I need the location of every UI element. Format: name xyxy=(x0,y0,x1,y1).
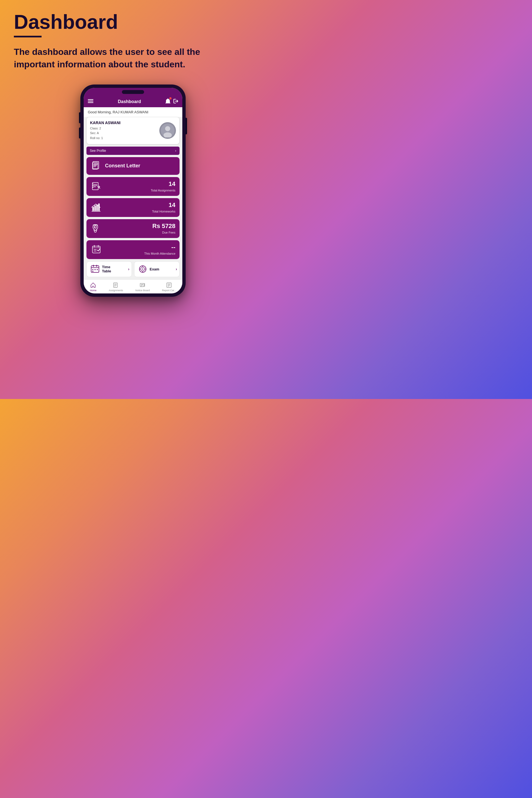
assignments-right: 14 Total Assignments xyxy=(151,180,175,193)
report-card-nav-label: Report Car... xyxy=(162,289,176,292)
timetable-arrow: › xyxy=(128,267,129,271)
app-header-title: Dashboard xyxy=(118,99,141,104)
svg-rect-22 xyxy=(92,207,94,211)
svg-rect-1 xyxy=(88,101,93,102)
nav-notice-board[interactable]: Notice Board xyxy=(135,282,150,292)
homeworks-icon xyxy=(91,202,102,213)
svg-point-38 xyxy=(92,269,93,270)
svg-rect-2 xyxy=(88,102,93,103)
notice-board-nav-icon xyxy=(139,282,146,288)
fees-count: Rs 5728 xyxy=(152,223,175,230)
student-name: KARAN ASWANI xyxy=(90,120,120,125)
greeting-text: Good Morning, RAJ KUMAR ASWANI xyxy=(88,110,148,114)
power-button xyxy=(186,118,187,134)
volume-up-button xyxy=(79,112,80,123)
attendance-count: -- xyxy=(144,244,175,251)
assignments-icon xyxy=(91,181,102,192)
assignments-nav-icon xyxy=(113,282,119,288)
timetable-item[interactable]: TimeTable › xyxy=(87,261,132,277)
report-card-nav-icon xyxy=(166,282,172,288)
svg-point-39 xyxy=(94,269,96,270)
fees-item[interactable]: $ Rs 5728 Due Fees xyxy=(87,219,179,238)
svg-text:$: $ xyxy=(94,226,95,229)
student-section: Sec: A xyxy=(90,131,120,136)
exam-arrow: › xyxy=(176,267,177,271)
header-icons xyxy=(166,98,178,105)
notification-badge xyxy=(169,97,172,99)
svg-rect-14 xyxy=(92,183,98,190)
title-underline xyxy=(14,36,41,37)
consent-letter-label: Consent Letter xyxy=(105,163,140,169)
notice-board-nav-label: Notice Board xyxy=(135,289,150,292)
notch-pill xyxy=(122,90,144,94)
homeworks-right: 14 Total Homeworks xyxy=(152,202,175,214)
attendance-icon xyxy=(91,244,102,255)
student-avatar xyxy=(159,122,176,139)
phone-frame: Dashboard xyxy=(80,84,186,297)
svg-point-19 xyxy=(92,185,93,186)
exam-label: Exam xyxy=(150,267,159,271)
svg-point-40 xyxy=(97,269,98,270)
home-nav-label: Home xyxy=(90,289,96,292)
assignments-count: 14 xyxy=(151,180,175,188)
fees-right: Rs 5728 Due Fees xyxy=(152,223,175,235)
assignments-sublabel: Total Assignments xyxy=(151,189,175,192)
fees-icon: $ xyxy=(91,223,102,234)
consent-letter-item[interactable]: Consent Letter xyxy=(87,157,179,175)
menu-icon[interactable] xyxy=(88,99,93,104)
homeworks-sublabel: Total Homeworks xyxy=(152,210,175,213)
attendance-left xyxy=(91,244,102,255)
homeworks-item[interactable]: 14 Total Homeworks xyxy=(87,198,179,217)
nav-assignments[interactable]: Assignments xyxy=(109,282,123,292)
student-card: KARAN ASWANI Class: 2 Sec: A Roll no: 1 xyxy=(87,117,179,144)
see-profile-arrow: › xyxy=(175,149,176,153)
exam-item[interactable]: Exam › xyxy=(134,261,179,277)
svg-point-18 xyxy=(92,184,93,185)
greeting-bar: Good Morning, RAJ KUMAR ASWANI xyxy=(84,107,182,117)
bottom-nav: Home Assignments xyxy=(84,279,182,293)
page-title: Dashboard xyxy=(14,11,252,33)
app-header: Dashboard xyxy=(84,96,182,107)
attendance-sublabel: This Month Attendance xyxy=(144,252,175,255)
volume-down-button xyxy=(79,128,80,138)
nav-report-card[interactable]: Report Car... xyxy=(162,282,176,292)
home-nav-icon xyxy=(90,282,96,288)
student-info: KARAN ASWANI Class: 2 Sec: A Roll no: 1 xyxy=(90,120,120,141)
student-class: Class: 2 xyxy=(90,126,120,131)
timetable-icon xyxy=(90,264,100,274)
fees-sublabel: Due Fees xyxy=(162,231,175,234)
phone-screen: Dashboard xyxy=(84,88,182,293)
student-roll: Roll no: 1 xyxy=(90,136,120,141)
exam-icon xyxy=(138,264,147,274)
svg-point-41 xyxy=(92,271,93,272)
bottom-grid: TimeTable › xyxy=(84,261,182,277)
menu-items-container: Consent Letter xyxy=(84,157,182,259)
svg-point-20 xyxy=(92,187,93,188)
notification-icon[interactable] xyxy=(166,98,170,105)
svg-rect-23 xyxy=(94,206,96,211)
see-profile-label: See Profile xyxy=(90,149,106,153)
svg-rect-0 xyxy=(88,99,93,100)
page-description: The dashboard allows the user to see all… xyxy=(14,46,208,71)
fees-left: $ xyxy=(91,223,102,234)
page-wrapper: Dashboard The dashboard allows the user … xyxy=(0,0,266,399)
svg-point-44 xyxy=(142,268,143,270)
homeworks-left xyxy=(91,202,102,213)
consent-letter-icon xyxy=(91,160,102,172)
svg-point-4 xyxy=(165,126,170,131)
assignments-left xyxy=(91,181,102,192)
nav-home[interactable]: Home xyxy=(90,282,96,292)
attendance-item[interactable]: -- This Month Attendance xyxy=(87,240,179,259)
logout-icon[interactable] xyxy=(173,99,178,105)
assignments-item[interactable]: 14 Total Assignments xyxy=(87,177,179,196)
timetable-label: TimeTable xyxy=(102,265,111,273)
consent-letter-left: Consent Letter xyxy=(91,160,140,172)
assignments-nav-label: Assignments xyxy=(109,289,123,292)
phone-mockup: Dashboard xyxy=(14,84,252,297)
see-profile-button[interactable]: See Profile › xyxy=(87,147,179,155)
phone-notch xyxy=(84,88,182,96)
homeworks-count: 14 xyxy=(152,202,175,209)
attendance-right: -- This Month Attendance xyxy=(144,244,175,256)
